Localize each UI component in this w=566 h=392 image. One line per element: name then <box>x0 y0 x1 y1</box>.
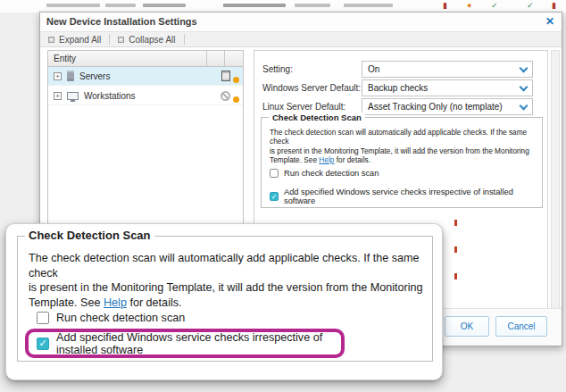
hidden-content-red-mark <box>454 273 457 279</box>
add-service-checks-label: Add specified Windows service checks irr… <box>284 188 542 205</box>
background-check-icon: ✓ <box>527 0 534 11</box>
background-text-fragment <box>46 4 100 7</box>
dialog-title: New Device Installation Settings <box>46 16 197 27</box>
description-line: Template. See <box>270 155 319 164</box>
background-text-fragment <box>295 4 330 7</box>
windows-default-dropdown[interactable]: Backup checks <box>362 79 533 96</box>
checkbox-unchecked-icon[interactable] <box>270 169 279 178</box>
setting-value: On <box>368 62 379 77</box>
description-line: Template. See <box>29 296 104 309</box>
background-check-icon: ✓ <box>491 0 498 11</box>
description-line: is present in the Monitoring Template, i… <box>270 146 529 155</box>
chevron-down-icon <box>520 64 529 73</box>
chevron-down-icon <box>520 102 529 111</box>
background-status-icon: ▮ <box>443 0 447 11</box>
description-line: The check detection scan will automatica… <box>29 252 420 279</box>
dialog-toolbar: Expand All Collapse All <box>40 31 562 47</box>
setting-label: Setting: <box>262 61 293 78</box>
close-icon[interactable]: ✕ <box>545 15 554 28</box>
description-line: for details. <box>334 155 370 164</box>
checkbox-unchecked-icon[interactable] <box>37 312 49 324</box>
background-status-icon: ● <box>467 0 471 11</box>
background-text-fragment <box>143 4 186 7</box>
setting-row: Setting: On <box>254 61 547 78</box>
background-status-icon: ▮ <box>552 0 556 11</box>
column-divider <box>224 51 225 67</box>
zoom-callout: Check Detection Scan The check detection… <box>5 223 443 380</box>
status-dot-icon <box>233 96 239 103</box>
tree-row-label: Servers <box>79 71 110 81</box>
windows-default-label: Windows Server Default: <box>262 79 361 96</box>
background-text-fragment <box>105 4 136 7</box>
checkbox-checked-icon[interactable]: ✓ <box>270 192 279 201</box>
group-description: The check detection scan will automatica… <box>29 251 432 310</box>
run-check-detection-label: Run check detection scan <box>56 312 185 324</box>
add-service-checks-checkbox-row[interactable]: ✓ Add specified Windows service checks i… <box>270 188 542 205</box>
checkbox-checked-icon[interactable]: ✓ <box>37 338 49 350</box>
hidden-content-red-mark <box>454 220 457 226</box>
group-title: Check Detection Scan <box>269 113 365 122</box>
background-page-sliver: ▮ ● ✓ ✓ ▮ <box>0 0 566 13</box>
run-check-detection-checkbox-row[interactable]: Run check detection scan <box>37 312 185 324</box>
expand-all-icon <box>48 37 54 43</box>
tree-row-workstations[interactable]: + Workstations <box>48 87 243 105</box>
dialog-titlebar: New Device Installation Settings ✕ <box>40 13 562 31</box>
background-text-fragment <box>344 4 393 7</box>
check-detection-scan-group: Check Detection Scan The check detection… <box>261 117 543 208</box>
expand-all-label: Expand All <box>59 35 101 45</box>
chevron-down-icon <box>520 83 529 92</box>
expand-toggle-icon[interactable]: + <box>54 92 62 100</box>
group-title: Check Detection Scan <box>25 229 154 242</box>
no-entry-icon <box>221 91 230 101</box>
setting-dropdown[interactable]: On <box>362 61 533 78</box>
help-link[interactable]: Help <box>104 296 127 309</box>
entity-column-header: Entity <box>48 51 243 67</box>
help-link[interactable]: Help <box>319 155 334 164</box>
collapse-all-button[interactable]: Collapse All <box>110 32 183 46</box>
magenta-highlight-box: ✓ Add specified Windows service checks i… <box>25 329 345 358</box>
run-check-detection-label: Run check detection scan <box>284 169 379 178</box>
description-line: The check detection scan will automatica… <box>270 128 527 146</box>
collapse-all-label: Collapse All <box>129 35 175 45</box>
expand-toggle-icon[interactable]: + <box>54 72 62 80</box>
screenshot-stage: ▮ ● ✓ ✓ ▮ New Device Installation Settin… <box>0 0 566 392</box>
workstation-icon <box>67 92 79 100</box>
cancel-button[interactable]: Cancel <box>495 316 547 337</box>
collapse-all-icon <box>118 37 124 43</box>
hidden-content-red-mark <box>454 246 457 253</box>
server-icon <box>67 71 74 81</box>
panel-scroll-gutter[interactable] <box>551 50 560 309</box>
linux-default-dropdown[interactable]: Asset Tracking Only (no template) <box>362 98 533 115</box>
template-assigned-icon <box>221 71 230 81</box>
windows-default-row: Windows Server Default: Backup checks <box>254 79 547 96</box>
column-divider <box>206 51 207 67</box>
check-detection-scan-group-zoomed: Check Detection Scan The check detection… <box>17 236 433 362</box>
windows-default-value: Backup checks <box>368 80 428 96</box>
linux-default-value: Asset Tracking Only (no template) <box>368 99 503 114</box>
tree-row-label: Workstations <box>84 91 136 101</box>
toolbar-divider <box>184 34 185 45</box>
run-check-detection-checkbox-row[interactable]: Run check detection scan <box>270 169 379 178</box>
add-service-checks-label: Add specified Windows service checks irr… <box>56 331 341 356</box>
background-text-fragment <box>223 4 286 7</box>
group-description: The check detection scan will automatica… <box>270 128 542 164</box>
description-line: for details. <box>127 296 182 309</box>
description-line: is present in the Monitoring Template, i… <box>29 281 422 294</box>
tree-row-servers[interactable]: + Servers <box>48 67 243 86</box>
expand-all-button[interactable]: Expand All <box>40 32 109 46</box>
status-dot-icon <box>233 77 239 83</box>
ok-button[interactable]: OK <box>445 316 489 337</box>
